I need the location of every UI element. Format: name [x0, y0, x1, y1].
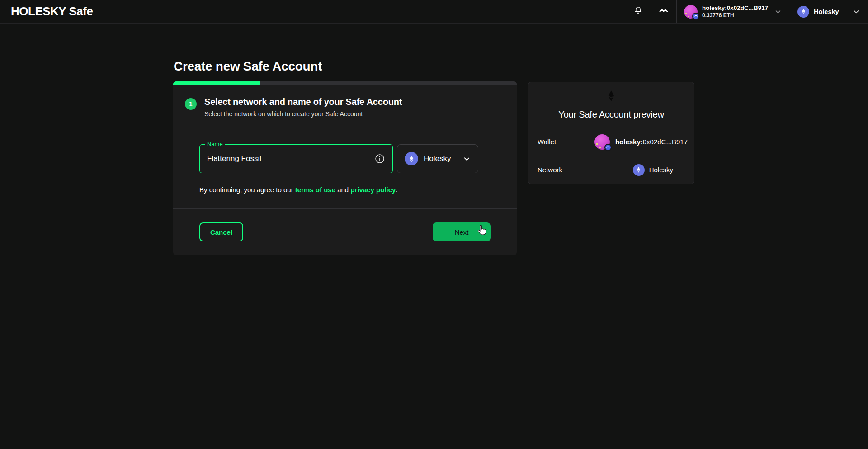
progress-bar-fill [173, 81, 260, 85]
safe-name-field[interactable]: Name [199, 144, 393, 173]
walletconnect-button[interactable] [651, 0, 676, 23]
safe-account-preview-panel: Your Safe Account preview Wallet holesky… [528, 82, 694, 184]
wallet-avatar [684, 5, 698, 19]
info-icon[interactable] [374, 153, 385, 164]
safe-name-input[interactable] [207, 154, 374, 163]
account-info: holesky:0x02dC...B917 0.33776 ETH [702, 5, 768, 19]
network-name: Holesky [814, 8, 839, 15]
step-subtitle: Select the network on which to create yo… [204, 110, 402, 118]
preview-title: Your Safe Account preview [558, 109, 664, 120]
chevron-down-icon [463, 155, 471, 163]
wallet-connector-badge-icon [604, 144, 612, 151]
app-logo[interactable]: HOLESKY Safe [0, 5, 93, 19]
preview-wallet-row: Wallet holesky:0x02dC...B917 [528, 128, 694, 156]
wallet-avatar [594, 134, 610, 150]
create-safe-step-card: 1 Select network and name of your Safe A… [173, 81, 517, 255]
account-balance: 0.33776 ETH [702, 12, 768, 19]
preview-network-value: Holesky [649, 166, 673, 174]
step-footer: Cancel Next [173, 209, 517, 255]
step-header: 1 Select network and name of your Safe A… [173, 85, 517, 129]
bell-icon [633, 6, 643, 17]
network-select-value: Holesky [424, 154, 451, 163]
top-bar: HOLESKY Safe holesky:0x02dC...B917 0.3 [0, 0, 868, 24]
name-field-label: Name [205, 141, 225, 147]
preview-wallet-address: holesky:0x02dC...B917 [615, 138, 688, 146]
cancel-button[interactable]: Cancel [199, 222, 243, 241]
preview-network-row: Network Holesky [528, 156, 694, 184]
terms-text: By continuing, you agree to our terms of… [199, 186, 491, 194]
ethereum-network-icon [633, 164, 645, 176]
terms-of-use-link[interactable]: terms of use [295, 186, 335, 194]
privacy-policy-link[interactable]: privacy policy [350, 186, 396, 194]
top-bar-actions: holesky:0x02dC...B917 0.33776 ETH Holesk… [625, 0, 868, 23]
wallet-row-label: Wallet [538, 138, 556, 146]
step-form: Name Holesky By continuing, you agree to… [173, 129, 517, 208]
chevron-down-icon [853, 8, 860, 15]
next-button[interactable]: Next [433, 222, 491, 241]
step-title: Select network and name of your Safe Acc… [204, 97, 402, 107]
network-select[interactable]: Holesky [397, 144, 478, 173]
progress-bar [173, 81, 517, 85]
ethereum-network-icon [797, 6, 809, 18]
network-row-label: Network [538, 166, 562, 174]
ethereum-network-icon [405, 152, 418, 165]
page-title: Create new Safe Account [174, 59, 322, 74]
ethereum-watermark-icon [604, 88, 618, 105]
preview-header: Your Safe Account preview [528, 82, 694, 128]
chevron-down-icon [774, 8, 782, 15]
network-selector[interactable]: Holesky [790, 0, 868, 23]
connected-account-menu[interactable]: holesky:0x02dC...B917 0.33776 ETH [677, 0, 790, 23]
wallet-connector-badge-icon [692, 13, 699, 20]
step-header-texts: Select network and name of your Safe Acc… [204, 97, 402, 118]
walletconnect-icon [658, 5, 669, 18]
notifications-button[interactable] [625, 0, 651, 23]
account-address: holesky:0x02dC...B917 [702, 5, 768, 11]
step-number-badge: 1 [185, 98, 197, 110]
